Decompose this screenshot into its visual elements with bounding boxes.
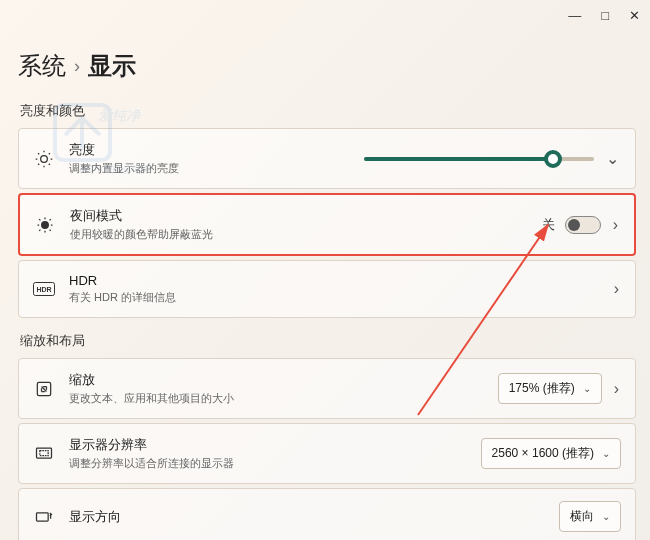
night-light-subtitle: 使用较暖的颜色帮助屏蔽蓝光 (70, 227, 528, 242)
scale-select[interactable]: 175% (推荐) ⌄ (498, 373, 602, 404)
chevron-down-icon: ⌄ (602, 511, 610, 522)
night-light-title: 夜间模式 (70, 207, 528, 225)
night-light-toggle[interactable] (565, 216, 601, 234)
close-button[interactable]: ✕ (629, 8, 640, 23)
hdr-card[interactable]: HDR HDR 有关 HDR 的详细信息 › (18, 260, 636, 318)
chevron-right-icon: › (74, 56, 80, 77)
resolution-subtitle: 调整分辨率以适合所连接的显示器 (69, 456, 467, 471)
window-controls: — □ ✕ (568, 8, 640, 23)
hdr-icon: HDR (33, 278, 55, 300)
scale-subtitle: 更改文本、应用和其他项目的大小 (69, 391, 484, 406)
svg-point-4 (42, 221, 49, 228)
chevron-down-icon: ⌄ (602, 448, 610, 459)
svg-point-3 (41, 155, 48, 162)
chevron-down-icon: ⌄ (583, 383, 591, 394)
night-light-card[interactable]: 夜间模式 使用较暖的颜色帮助屏蔽蓝光 关 › (18, 193, 636, 256)
scale-icon (33, 378, 55, 400)
maximize-button[interactable]: □ (601, 8, 609, 23)
breadcrumb: 系统 › 显示 (18, 50, 636, 82)
svg-rect-8 (37, 448, 52, 458)
scale-card[interactable]: 缩放 更改文本、应用和其他项目的大小 175% (推荐) ⌄ › (18, 358, 636, 419)
night-light-icon (34, 214, 56, 236)
brightness-slider[interactable] (364, 157, 594, 161)
brightness-subtitle: 调整内置显示器的亮度 (69, 161, 350, 176)
resolution-icon (33, 443, 55, 465)
chevron-down-icon[interactable]: ⌄ (604, 149, 621, 168)
brightness-title: 亮度 (69, 141, 350, 159)
svg-rect-10 (37, 512, 49, 520)
night-light-state-label: 关 (542, 216, 555, 234)
scale-title: 缩放 (69, 371, 484, 389)
scale-value: 175% (推荐) (509, 380, 575, 397)
sun-icon (33, 148, 55, 170)
svg-rect-9 (40, 450, 48, 455)
hdr-subtitle: 有关 HDR 的详细信息 (69, 290, 598, 305)
orientation-title: 显示方向 (69, 508, 545, 526)
minimize-button[interactable]: — (568, 8, 581, 23)
brightness-card[interactable]: 亮度 调整内置显示器的亮度 ⌄ (18, 128, 636, 189)
orientation-value: 横向 (570, 508, 594, 525)
section-scale-layout: 缩放和布局 (20, 332, 634, 350)
resolution-title: 显示器分辨率 (69, 436, 467, 454)
breadcrumb-root[interactable]: 系统 (18, 50, 66, 82)
svg-text:HDR: HDR (36, 286, 51, 293)
orientation-select[interactable]: 横向 ⌄ (559, 501, 621, 532)
section-brightness-color: 亮度和颜色 (20, 102, 634, 120)
resolution-select[interactable]: 2560 × 1600 (推荐) ⌄ (481, 438, 621, 469)
resolution-value: 2560 × 1600 (推荐) (492, 445, 594, 462)
orientation-card[interactable]: 显示方向 横向 ⌄ (18, 488, 636, 540)
resolution-card[interactable]: 显示器分辨率 调整分辨率以适合所连接的显示器 2560 × 1600 (推荐) … (18, 423, 636, 484)
chevron-right-icon[interactable]: › (612, 380, 621, 398)
page-title: 显示 (88, 50, 136, 82)
orientation-icon (33, 506, 55, 528)
chevron-right-icon[interactable]: › (611, 216, 620, 234)
chevron-right-icon[interactable]: › (612, 280, 621, 298)
hdr-title: HDR (69, 273, 598, 288)
